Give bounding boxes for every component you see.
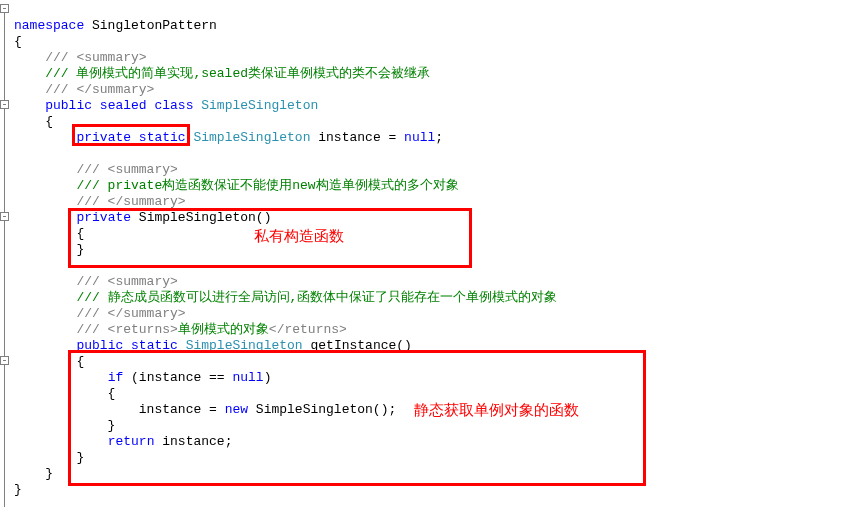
brace: { — [14, 34, 22, 49]
type-name: SimpleSingleton — [186, 130, 311, 145]
xml-returns-open: /// <returns> — [14, 322, 178, 337]
annotation-getinstance: 静态获取单例对象的函数 — [414, 404, 579, 420]
outline-gutter — [0, 2, 11, 522]
xml-summary-open: /// <summary> — [14, 274, 178, 289]
keyword-null: null — [404, 130, 435, 145]
fold-marker[interactable] — [0, 4, 9, 13]
keyword-public: public — [45, 98, 92, 113]
keyword-class: class — [147, 98, 194, 113]
fold-marker[interactable] — [0, 100, 9, 109]
doc-comment: /// 静态成员函数可以进行全局访问,函数体中保证了只能存在一个单例模式的对象 — [14, 290, 557, 305]
annotation-ctor: 私有构造函数 — [254, 230, 344, 246]
brace: { — [14, 114, 53, 129]
doc-comment: /// private构造函数保证不能使用new构造单例模式的多个对象 — [14, 178, 459, 193]
keyword-namespace: namespace — [14, 18, 84, 33]
brace: } — [14, 482, 22, 497]
namespace-name: SingletonPattern — [84, 18, 217, 33]
xml-summary-close: /// </summary> — [14, 82, 154, 97]
brace: } — [14, 466, 53, 481]
doc-comment: /// 单例模式的简单实现,sealed类保证单例模式的类不会被继承 — [14, 66, 430, 81]
fold-marker[interactable] — [0, 356, 9, 365]
xml-summary-close: /// </summary> — [14, 306, 186, 321]
field-decl: instance = — [310, 130, 404, 145]
keyword-sealed: sealed — [92, 98, 147, 113]
returns-text: 单例模式的对象 — [178, 322, 269, 337]
xml-summary-open: /// <summary> — [14, 162, 178, 177]
fold-marker[interactable] — [0, 212, 9, 221]
xml-returns-close: </returns> — [269, 322, 347, 337]
xml-summary-close: /// </summary> — [14, 194, 186, 209]
highlight-box-field — [72, 124, 190, 146]
semicolon: ; — [435, 130, 443, 145]
class-name: SimpleSingleton — [193, 98, 318, 113]
xml-summary-open: /// <summary> — [14, 50, 147, 65]
